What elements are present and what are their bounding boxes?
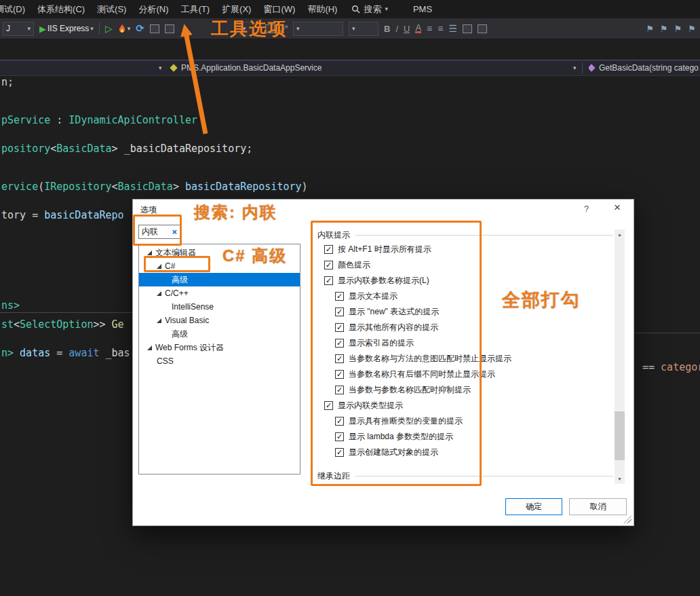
annotation-csharp-advanced-label: C# 高级 bbox=[222, 245, 287, 267]
type-dropdown-caret[interactable]: ▾ bbox=[573, 60, 577, 75]
chevron-down-icon: ▾ bbox=[296, 26, 300, 32]
debug-target-combo[interactable]: J ▾ bbox=[3, 22, 34, 36]
font-combo[interactable]: ▾ bbox=[293, 22, 343, 36]
annotation-search-label: 搜索: 内联 bbox=[194, 202, 277, 223]
italic-button[interactable]: / bbox=[395, 24, 398, 34]
flame-icon bbox=[118, 24, 126, 34]
code-line-6: st<SelectOption>> Ge bbox=[1, 318, 124, 331]
align-left-icon[interactable]: ≡ bbox=[427, 23, 432, 34]
chevron-down-icon: ▾ bbox=[573, 65, 577, 71]
expander-icon[interactable] bbox=[147, 346, 152, 350]
scroll-up-icon[interactable]: ▲ bbox=[615, 229, 625, 240]
tree-item-5[interactable]: Visual Basic bbox=[139, 314, 300, 327]
navbar-divider bbox=[582, 62, 583, 74]
annotation-tools-label: 工具选项 bbox=[211, 17, 287, 41]
annotation-box-csharp bbox=[144, 256, 210, 272]
expander-icon[interactable] bbox=[147, 250, 152, 255]
menu-debug[interactable]: 调试(D) bbox=[0, 0, 31, 18]
menu-test[interactable]: 测试(S) bbox=[91, 0, 132, 18]
class-icon bbox=[170, 64, 177, 71]
restart-button[interactable]: ⟳ bbox=[136, 22, 144, 35]
tree-item-2[interactable]: 高级 bbox=[139, 273, 300, 286]
menu-analyze[interactable]: 分析(N) bbox=[132, 0, 174, 18]
menu-help[interactable]: 帮助(H) bbox=[301, 0, 343, 18]
navigation-bar: ▾ PMS.Application.BasicDataAppService ▾ … bbox=[0, 60, 700, 76]
bookmark-prev-button[interactable]: ⚑ bbox=[660, 24, 668, 34]
menu-tools[interactable]: 工具(T) bbox=[174, 0, 216, 18]
member-dropdown[interactable]: GetBasicData(string catego bbox=[589, 60, 700, 75]
tree-item-3[interactable]: C/C++ bbox=[139, 286, 300, 300]
tree-item-8[interactable]: CSS bbox=[139, 354, 300, 368]
tree-item-label: IntelliSense bbox=[172, 302, 214, 312]
picture-icon[interactable] bbox=[478, 24, 487, 33]
menu-architecture[interactable]: 体系结构(C) bbox=[31, 0, 91, 18]
hot-reload-button[interactable]: ▾ bbox=[118, 24, 131, 34]
code-line-2: pository<BasicData> _basicDataRepository… bbox=[1, 143, 252, 155]
link-icon[interactable] bbox=[463, 24, 472, 33]
options-tree[interactable]: 文本编辑器C#高级C/C++IntelliSenseVisual Basic高级… bbox=[138, 244, 300, 474]
tree-item-label: Visual Basic bbox=[165, 316, 209, 325]
chevron-down-icon: ▾ bbox=[352, 26, 355, 32]
scroll-down-icon[interactable]: ▼ bbox=[615, 474, 625, 484]
annotation-box-search bbox=[133, 215, 182, 246]
tree-item-7[interactable]: Web Forms 设计器 bbox=[139, 341, 300, 354]
code-line-1: pService : IDynamicApiController bbox=[1, 114, 197, 126]
expander-icon[interactable] bbox=[157, 291, 161, 296]
resize-grip[interactable] bbox=[623, 515, 631, 523]
expander-icon[interactable] bbox=[157, 318, 161, 323]
annotation-box-checkboxes bbox=[311, 221, 482, 486]
chevron-down-icon: ▾ bbox=[27, 26, 31, 32]
menu-extensions[interactable]: 扩展(X) bbox=[216, 0, 257, 18]
chevron-down-icon: ▾ bbox=[128, 26, 131, 32]
start-debug-button[interactable]: ▶ IIS Express ▾ bbox=[39, 24, 94, 34]
align-center-icon[interactable]: ≡ bbox=[438, 23, 443, 34]
bookmark-clear-button[interactable]: ⚑ bbox=[688, 24, 696, 34]
size-combo[interactable]: ▾ bbox=[349, 22, 378, 36]
bookmark-toggle-button[interactable]: ⚑ bbox=[646, 24, 654, 34]
cancel-button[interactable]: 取消 bbox=[569, 498, 627, 515]
bold-button[interactable]: B bbox=[384, 24, 390, 34]
annotation-check-all-label: 全部打勾 bbox=[502, 288, 581, 312]
help-button[interactable]: ? bbox=[584, 204, 589, 214]
chevron-down-icon: ▾ bbox=[159, 65, 162, 71]
chevron-down-icon: ▾ bbox=[385, 6, 388, 12]
debug-target-value: J bbox=[6, 24, 10, 33]
project-dropdown-button[interactable]: ▾ bbox=[159, 60, 162, 75]
menu-search-label: 搜索 bbox=[364, 3, 381, 16]
code-line-5: ns> bbox=[1, 299, 20, 312]
settings-scrollbar[interactable]: ▲ ▼ bbox=[615, 229, 625, 484]
menu-search[interactable]: 搜索 ▾ bbox=[343, 3, 396, 16]
member-dropdown-value: GetBasicData(string catego bbox=[599, 63, 699, 73]
type-dropdown-value: PMS.Application.BasicDataAppService bbox=[181, 63, 322, 73]
list-icon[interactable]: ☰ bbox=[448, 23, 457, 34]
underline-button[interactable]: U bbox=[404, 24, 410, 34]
scrollbar-thumb[interactable] bbox=[615, 411, 625, 460]
tree-item-6[interactable]: 高级 bbox=[139, 327, 300, 341]
tree-item-label: 高级 bbox=[172, 274, 188, 286]
code-line-4: tory = basicDataRepo bbox=[1, 209, 124, 221]
bookmark-toolbar: ⚑ ⚑ ⚑ ⚑ bbox=[646, 24, 697, 34]
editor-splitter[interactable] bbox=[634, 333, 700, 333]
menu-window[interactable]: 窗口(W) bbox=[257, 0, 301, 18]
close-icon[interactable]: × bbox=[614, 201, 621, 215]
type-dropdown[interactable]: PMS.Application.BasicDataAppService bbox=[171, 60, 322, 75]
run-profile-label: IIS Express bbox=[47, 24, 89, 33]
play-icon: ▶ bbox=[39, 24, 46, 34]
bookmark-next-button[interactable]: ⚑ bbox=[674, 24, 682, 34]
toolbar-separator bbox=[99, 22, 100, 35]
document-icon[interactable] bbox=[150, 24, 159, 33]
search-icon bbox=[351, 5, 360, 14]
menu-pms[interactable]: PMS bbox=[407, 0, 438, 18]
chevron-down-icon: ▾ bbox=[90, 26, 94, 32]
start-without-debug-button[interactable]: ▷ bbox=[105, 23, 113, 34]
tree-item-label: C/C++ bbox=[165, 288, 189, 298]
code-line-8: == categor bbox=[642, 361, 700, 373]
tree-item-label: CSS bbox=[157, 356, 174, 366]
editor-splitter[interactable] bbox=[0, 312, 132, 313]
code-line-7: n> datas = await _bas bbox=[1, 347, 130, 359]
text-color-button[interactable]: A bbox=[415, 24, 421, 33]
window-icon[interactable] bbox=[165, 24, 174, 33]
toolbar: J ▾ ▶ IIS Express ▾ ▷ ▾ ⟳ ▾ ⤢ ▾ ▾ B / U … bbox=[0, 18, 700, 39]
ok-button[interactable]: 确定 bbox=[505, 498, 562, 515]
tree-item-4[interactable]: IntelliSense bbox=[139, 300, 300, 314]
